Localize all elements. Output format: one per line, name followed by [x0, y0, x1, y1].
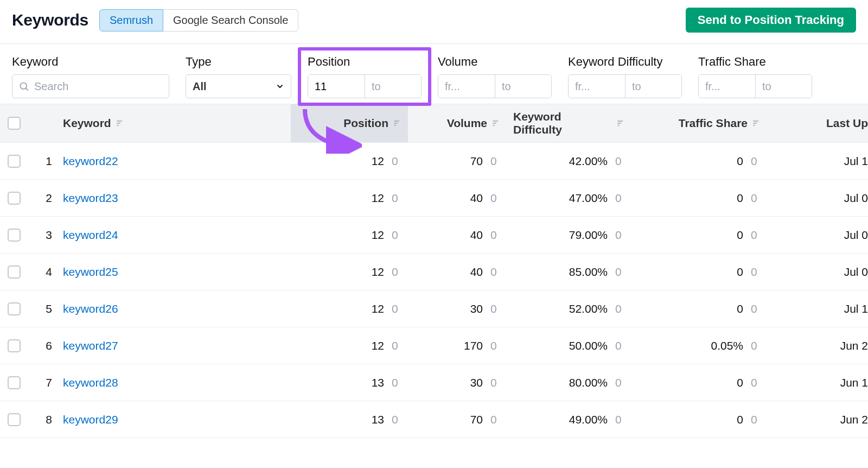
filter-keyword-label: Keyword: [12, 55, 169, 69]
send-to-position-tracking-button[interactable]: Send to Position Tracking: [686, 8, 856, 33]
volume-value: 40: [470, 192, 483, 205]
source-tab-group: Semrush Google Search Console: [99, 9, 298, 31]
table-row: 5 keyword26 120 300 52.00%0 00 Jul 1: [0, 290, 868, 327]
page-title: Keywords: [12, 11, 88, 29]
filter-keyword-difficulty: Keyword Difficulty: [568, 55, 682, 98]
col-position[interactable]: Position: [291, 104, 408, 142]
row-index: 3: [46, 229, 52, 242]
kd-value: 50.00%: [569, 339, 608, 352]
col-keyword-difficulty[interactable]: Keyword Difficulty: [507, 104, 631, 142]
position-value: 12: [372, 302, 384, 315]
filter-type-label: Type: [186, 55, 291, 69]
position-delta: 0: [392, 339, 401, 352]
last-updated-date: Jun 2: [840, 413, 868, 426]
row-checkbox[interactable]: [8, 302, 21, 315]
position-delta: 0: [392, 229, 401, 242]
kd-delta: 0: [615, 413, 625, 426]
volume-value: 40: [470, 265, 483, 279]
row-index: 7: [46, 376, 52, 389]
filter-ts-label: Traffic Share: [698, 55, 812, 69]
table-header-row: Keyword Position Volume Keyword Difficul…: [0, 104, 868, 143]
select-all-checkbox[interactable]: [8, 117, 21, 130]
keyword-link[interactable]: keyword27: [63, 339, 118, 352]
sort-icon: [393, 119, 401, 128]
position-value: 12: [372, 192, 384, 205]
col-volume[interactable]: Volume: [408, 104, 507, 142]
ts-delta: 0: [751, 155, 761, 168]
volume-value: 30: [470, 302, 483, 315]
filter-volume: Volume: [438, 55, 552, 98]
volume-value: 70: [470, 413, 483, 426]
table-row: 4 keyword25 120 400 85.00%0 00 Jul 0: [0, 254, 868, 290]
kd-delta: 0: [615, 229, 625, 242]
row-checkbox[interactable]: [8, 155, 21, 168]
row-checkbox[interactable]: [8, 376, 21, 389]
volume-delta: 0: [490, 413, 500, 426]
ts-value: 0: [737, 192, 743, 205]
filter-position: Position: [308, 55, 422, 98]
position-from-input[interactable]: [308, 75, 365, 98]
ts-value: 0: [737, 302, 743, 315]
row-index: 2: [46, 192, 52, 205]
tab-semrush[interactable]: Semrush: [99, 9, 163, 31]
volume-from-input[interactable]: [438, 75, 495, 98]
sort-icon: [116, 119, 124, 128]
row-checkbox[interactable]: [8, 229, 21, 242]
keyword-link[interactable]: keyword25: [63, 265, 118, 279]
kd-value: 80.00%: [569, 376, 608, 389]
kd-value: 52.00%: [569, 302, 608, 315]
svg-point-0: [20, 83, 27, 89]
keyword-link[interactable]: keyword29: [63, 413, 118, 426]
ts-delta: 0: [751, 229, 761, 242]
volume-delta: 0: [490, 229, 500, 242]
table-row: 1 keyword22 120 700 42.00%0 00 Jul 1: [0, 143, 868, 180]
col-traffic-share[interactable]: Traffic Share: [631, 104, 767, 142]
ts-from-input[interactable]: [699, 75, 755, 98]
ts-delta: 0: [751, 413, 761, 426]
row-checkbox[interactable]: [8, 192, 21, 205]
row-index: 6: [46, 339, 52, 352]
keyword-link[interactable]: keyword22: [63, 155, 118, 168]
keyword-link[interactable]: keyword26: [63, 302, 118, 315]
position-value: 13: [372, 413, 384, 426]
position-delta: 0: [392, 265, 401, 279]
search-icon: [18, 81, 29, 92]
position-value: 12: [372, 265, 384, 279]
kd-value: 47.00%: [569, 192, 608, 205]
row-index: 4: [46, 265, 52, 279]
position-delta: 0: [392, 155, 401, 168]
volume-delta: 0: [490, 339, 500, 352]
type-select[interactable]: All: [186, 74, 291, 98]
row-checkbox[interactable]: [8, 339, 21, 352]
table-row: 6 keyword27 120 1700 50.00%0 0.05%0 Jun …: [0, 327, 868, 364]
row-checkbox[interactable]: [8, 265, 21, 279]
kd-delta: 0: [615, 302, 625, 315]
ts-delta: 0: [751, 265, 761, 279]
kd-from-input[interactable]: [569, 75, 625, 98]
col-keyword[interactable]: Keyword: [56, 104, 291, 142]
keyword-search-input[interactable]: [12, 74, 169, 98]
ts-to-input[interactable]: [755, 75, 812, 98]
volume-to-input[interactable]: [495, 75, 551, 98]
last-updated-date: Jul 0: [844, 265, 868, 279]
last-updated-date: Jul 0: [844, 229, 868, 242]
ts-value: 0.05%: [711, 339, 743, 352]
position-value: 12: [372, 155, 384, 168]
volume-value: 30: [470, 376, 483, 389]
position-to-input[interactable]: [365, 75, 421, 98]
last-updated-date: Jul 0: [844, 192, 868, 205]
keyword-link[interactable]: keyword24: [63, 229, 118, 242]
position-value: 13: [372, 376, 384, 389]
volume-delta: 0: [490, 155, 500, 168]
row-checkbox[interactable]: [8, 413, 21, 426]
volume-delta: 0: [490, 265, 500, 279]
svg-line-1: [26, 88, 28, 91]
keyword-link[interactable]: keyword23: [63, 192, 118, 205]
col-last-updated[interactable]: Last Up: [767, 104, 868, 142]
tab-google-search-console[interactable]: Google Search Console: [163, 9, 298, 31]
kd-to-input[interactable]: [625, 75, 681, 98]
volume-delta: 0: [490, 302, 500, 315]
filter-volume-label: Volume: [438, 55, 552, 69]
table-body: 1 keyword22 120 700 42.00%0 00 Jul 1 2 k…: [0, 143, 868, 438]
keyword-link[interactable]: keyword28: [63, 376, 118, 389]
